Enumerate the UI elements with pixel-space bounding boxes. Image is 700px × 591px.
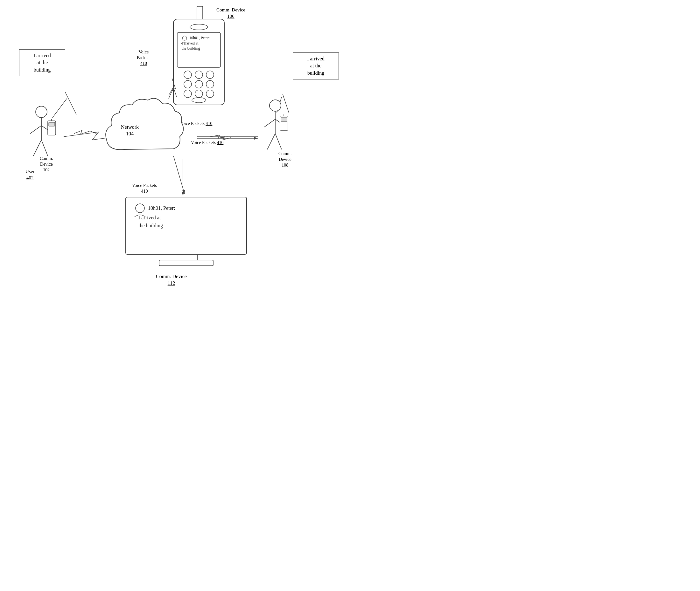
svg-line-28 [30, 126, 41, 134]
svg-line-55 [65, 92, 76, 115]
svg-rect-33 [49, 122, 55, 126]
device-108-label: Comm.Device108 [278, 151, 292, 169]
device-106-label: Comm. Device 106 [216, 7, 245, 19]
desktop-device-112: 10h01, Peter: I arrived at the building [122, 194, 250, 275]
svg-line-39 [267, 134, 275, 149]
svg-line-30 [34, 140, 41, 156]
device-112-label: Comm. Device 112 [156, 273, 187, 287]
svg-point-21 [206, 80, 214, 88]
device-102-label: Comm.Device102 [40, 156, 53, 173]
svg-text:the building: the building [138, 223, 163, 228]
user-402-label: User 402 [25, 169, 35, 181]
svg-rect-50 [159, 260, 213, 266]
voice-packets-below-phone: Voice Packets 410 [180, 121, 212, 127]
svg-line-31 [41, 140, 48, 156]
svg-text:10h01, Peter:: 10h01, Peter: [189, 36, 210, 40]
voice-packets-upper: VoicePackets410 [137, 49, 151, 67]
walkie-108 [278, 115, 290, 133]
speech-bubble-right: I arrivedat thebuilding [293, 53, 339, 79]
svg-rect-8 [197, 6, 203, 21]
speech-bubble-left: I arrivedat thebuilding [19, 49, 65, 76]
network-cloud [99, 92, 184, 167]
svg-point-16 [184, 71, 191, 78]
svg-point-19 [184, 80, 191, 88]
svg-point-23 [195, 90, 203, 97]
voice-packets-lower: Voice Packets410 [132, 183, 157, 194]
svg-point-18 [206, 71, 214, 78]
svg-text:I arrived at: I arrived at [182, 41, 198, 46]
svg-text:the building: the building [182, 46, 200, 51]
svg-point-24 [206, 90, 214, 97]
network-label: Network 104 [121, 124, 139, 137]
svg-point-10 [190, 24, 208, 30]
svg-line-37 [264, 119, 275, 127]
svg-point-17 [195, 71, 203, 78]
svg-line-56 [283, 94, 289, 113]
svg-point-26 [36, 106, 47, 118]
svg-point-25 [192, 97, 206, 103]
svg-text:I arrived at: I arrived at [138, 215, 161, 220]
svg-text:10h01, Peter:: 10h01, Peter: [148, 205, 175, 211]
svg-point-20 [195, 80, 203, 88]
walkie-102 [46, 119, 57, 138]
svg-point-22 [184, 90, 191, 97]
svg-rect-42 [281, 118, 287, 121]
svg-line-40 [275, 134, 282, 149]
